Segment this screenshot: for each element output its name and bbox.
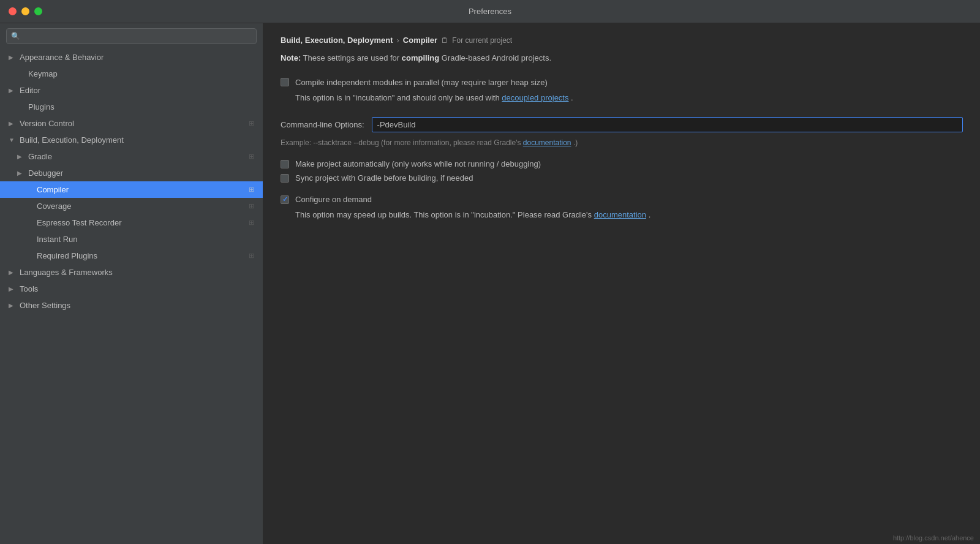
title-bar: Preferences xyxy=(0,0,980,23)
checkbox1-row: Compile independent modules in parallel … xyxy=(281,78,963,87)
sidebar-item-label: Other Settings xyxy=(20,301,254,310)
arrow-icon: ▶ xyxy=(9,269,16,276)
parallel-compile-note: This option is in "incubation" and shoul… xyxy=(295,92,963,104)
main-layout: 🔍 ▶Appearance & BehaviorKeymap▶EditorPlu… xyxy=(0,23,980,544)
checkbox2-row: Make project automatically (only works w… xyxy=(281,159,963,168)
nav-list: ▶Appearance & BehaviorKeymap▶EditorPlugi… xyxy=(0,49,263,314)
parallel-compile-label: Compile independent modules in parallel … xyxy=(295,78,548,87)
arrow-icon: ▶ xyxy=(17,170,24,176)
sidebar-item-debugger[interactable]: ▶Debugger xyxy=(0,165,263,181)
window-controls xyxy=(9,7,42,15)
arrow-icon: ▶ xyxy=(9,87,16,94)
checkbox4-row: Configure on demand xyxy=(281,195,963,204)
arrow-icon: ▶ xyxy=(9,120,16,127)
example-line: Example: --stacktrace --debug (for more … xyxy=(281,138,963,147)
sidebar-item-instant-run[interactable]: Instant Run xyxy=(0,231,263,247)
content-area: Build, Execution, Deployment › Compiler … xyxy=(263,23,980,544)
decoupled-projects-link[interactable]: decoupled projects xyxy=(502,93,568,102)
configure-on-demand-label: Configure on demand xyxy=(295,195,372,204)
for-current-project-label: For current project xyxy=(452,36,512,45)
parallel-compile-section: Compile independent modules in parallel … xyxy=(281,78,963,104)
copy-icon: ⊞ xyxy=(249,219,254,227)
configure-on-demand-note: This option may speed up builds. This op… xyxy=(295,209,963,221)
copy-icon: ⊞ xyxy=(249,186,254,194)
config-documentation-link[interactable]: documentation xyxy=(594,210,646,219)
breadcrumb-separator: › xyxy=(396,36,399,45)
make-project-checkbox[interactable] xyxy=(281,160,289,168)
sidebar-item-other-settings[interactable]: ▶Other Settings xyxy=(0,297,263,314)
sidebar-item-editor[interactable]: ▶Editor xyxy=(0,82,263,99)
sidebar-item-label: Instant Run xyxy=(37,235,254,244)
breadcrumb-section: Compiler xyxy=(403,36,437,45)
sidebar-item-gradle[interactable]: ▶Gradle⊞ xyxy=(0,148,263,165)
sidebar-item-version-control[interactable]: ▶Version Control⊞ xyxy=(0,115,263,132)
sidebar-item-label: Plugins xyxy=(28,102,254,111)
sidebar-item-plugins[interactable]: Plugins xyxy=(0,99,263,115)
minimize-button[interactable] xyxy=(21,7,29,15)
arrow-icon: ▶ xyxy=(9,285,16,292)
sidebar-item-appearance-behavior[interactable]: ▶Appearance & Behavior xyxy=(0,49,263,66)
search-input[interactable] xyxy=(6,28,257,44)
search-icon: 🔍 xyxy=(11,32,20,40)
status-url: http://blog.csdn.net/ahence xyxy=(893,534,974,542)
sub-note1-end: . xyxy=(571,93,573,102)
copy-icon: ⊞ xyxy=(249,202,254,210)
sidebar-item-keymap[interactable]: Keymap xyxy=(0,66,263,82)
sidebar-item-required-plugins[interactable]: Required Plugins⊞ xyxy=(0,247,263,264)
sidebar-item-label: Build, Execution, Deployment xyxy=(20,135,254,145)
note-label: Note: xyxy=(281,53,301,62)
cmd-options-row: Command-line Options: xyxy=(281,117,963,132)
config-note-end: . xyxy=(649,210,651,219)
sidebar-item-label: Gradle xyxy=(28,152,245,161)
note-line: Note: These settings are used for compil… xyxy=(281,52,963,64)
breadcrumb-path: Build, Execution, Deployment xyxy=(281,36,393,45)
sidebar-item-label: Tools xyxy=(20,284,254,293)
sidebar-item-label: Debugger xyxy=(28,168,254,178)
window-title: Preferences xyxy=(469,7,511,16)
sidebar-item-label: Editor xyxy=(20,86,254,95)
sidebar-item-label: Coverage xyxy=(37,202,245,211)
sync-gradle-checkbox[interactable] xyxy=(281,174,289,183)
sidebar-item-coverage[interactable]: Coverage⊞ xyxy=(0,198,263,214)
note-text: These settings are used for xyxy=(303,53,400,62)
maximize-button[interactable] xyxy=(34,7,42,15)
breadcrumb: Build, Execution, Deployment › Compiler … xyxy=(281,36,963,45)
example-text: Example: --stacktrace --debug (for more … xyxy=(281,138,521,147)
cmd-options-label: Command-line Options: xyxy=(281,120,364,129)
project-icon: 🗒 xyxy=(441,36,448,45)
note-text-end: Gradle-based Android projects. xyxy=(442,53,551,62)
sidebar: 🔍 ▶Appearance & BehaviorKeymap▶EditorPlu… xyxy=(0,23,263,544)
arrow-icon: ▶ xyxy=(9,54,16,61)
sidebar-item-label: Appearance & Behavior xyxy=(20,53,254,62)
arrow-icon: ▶ xyxy=(9,302,16,309)
sidebar-item-label: Espresso Test Recorder xyxy=(37,218,245,227)
sidebar-item-label: Compiler xyxy=(37,185,245,194)
copy-icon: ⊞ xyxy=(249,119,254,127)
gradle-documentation-link[interactable]: documentation xyxy=(523,138,571,147)
checkbox3-row: Sync project with Gradle before building… xyxy=(281,173,963,183)
cmd-options-input[interactable] xyxy=(372,117,963,132)
status-bar: http://blog.csdn.net/ahence xyxy=(887,532,980,544)
arrow-icon: ▼ xyxy=(9,137,16,143)
note-bold: compiling xyxy=(402,53,439,62)
sidebar-item-compiler[interactable]: Compiler⊞ xyxy=(0,181,263,198)
parallel-compile-checkbox[interactable] xyxy=(281,78,289,86)
sidebar-item-tools[interactable]: ▶Tools xyxy=(0,281,263,297)
copy-icon: ⊞ xyxy=(249,153,254,161)
sub-note1-start: This option is in "incubation" and shoul… xyxy=(295,93,500,102)
configure-on-demand-checkbox[interactable] xyxy=(281,195,289,204)
sidebar-item-label: Languages & Frameworks xyxy=(20,268,254,277)
sidebar-item-languages-frameworks[interactable]: ▶Languages & Frameworks xyxy=(0,264,263,281)
copy-icon: ⊞ xyxy=(249,252,254,260)
sidebar-item-label: Keymap xyxy=(28,69,254,78)
search-box[interactable]: 🔍 xyxy=(6,28,257,44)
sidebar-item-build-execution-deployment[interactable]: ▼Build, Execution, Deployment xyxy=(0,132,263,148)
config-note-start: This option may speed up builds. This op… xyxy=(295,210,592,219)
sidebar-item-espresso-test-recorder[interactable]: Espresso Test Recorder⊞ xyxy=(0,214,263,231)
arrow-icon: ▶ xyxy=(17,153,24,160)
close-button[interactable] xyxy=(9,7,17,15)
sidebar-item-label: Required Plugins xyxy=(37,251,245,260)
make-project-label: Make project automatically (only works w… xyxy=(295,159,541,168)
sync-gradle-label: Sync project with Gradle before building… xyxy=(295,173,473,183)
sidebar-item-label: Version Control xyxy=(20,119,245,128)
